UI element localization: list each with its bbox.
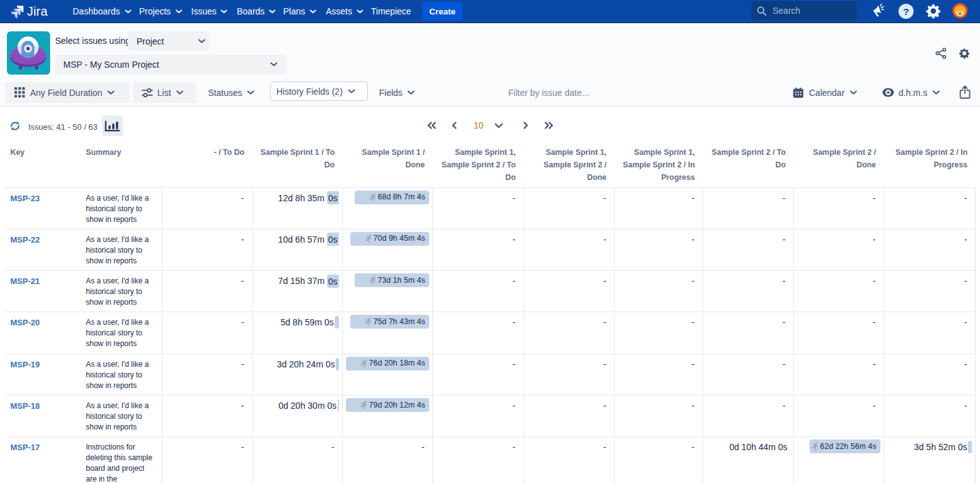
svg-text:?: ?	[903, 6, 909, 17]
